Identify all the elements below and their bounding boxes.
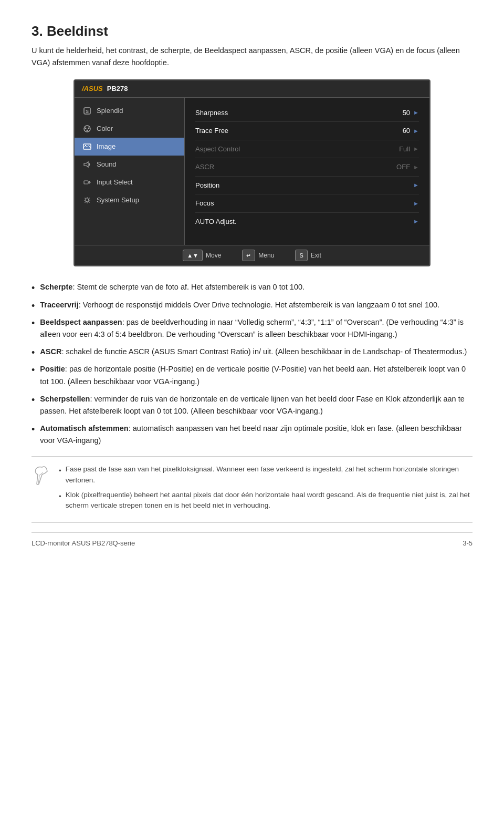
bullet-dot: • [32, 395, 35, 405]
osd-menu-color[interactable]: Color [75, 120, 184, 138]
list-item: • ASCR: schakel de functie ASCR (ASUS Sm… [32, 346, 472, 358]
system-setup-label: System Setup [97, 195, 139, 205]
osd-row-ascr: ASCR OFF ► [195, 158, 419, 177]
ascr-label: ASCR [195, 162, 214, 172]
input-select-label: Input Select [97, 177, 133, 188]
sharpness-arrow: ► [413, 108, 419, 117]
bullet-section: • Scherpte: Stemt de scherpte van de fot… [32, 281, 472, 447]
osd-body: S Splendid Color Image [75, 98, 429, 245]
note-content: • Fase past de fase aan van het pixelklo… [59, 464, 472, 515]
focus-label: Focus [195, 198, 214, 209]
note-item: • Klok (pixelfrequentie) beheert het aan… [59, 490, 472, 511]
note-icon [32, 464, 50, 487]
svg-line-16 [85, 198, 86, 199]
color-icon [82, 123, 92, 134]
focus-value: ► [413, 199, 419, 208]
exit-key: S [295, 250, 307, 262]
bullet-list: • Scherpte: Stemt de scherpte van de fot… [32, 281, 472, 447]
image-label: Image [97, 141, 116, 152]
bullet-text: Traceervrij: Verhoogt de responstijd mid… [40, 299, 439, 311]
osd-row-focus: Focus ► [195, 194, 419, 213]
osd-sidebar: S Splendid Color Image [75, 98, 185, 245]
osd-menu-input-select[interactable]: Input Select [75, 173, 184, 191]
bullet-text: Scherpstellen: verminder de ruis van de … [40, 393, 472, 417]
list-item: • Automatisch afstemmen: automatisch aan… [32, 423, 472, 447]
note-box: • Fase past de fase aan van het pixelklo… [32, 456, 472, 523]
move-label: Move [206, 251, 221, 260]
sharpness-label: Sharpness [195, 108, 228, 118]
svg-point-11 [86, 199, 89, 202]
input-select-icon [82, 177, 92, 188]
section-intro: U kunt de helderheid, het contrast, de s… [32, 45, 472, 69]
osd-row-position: Position ► [195, 177, 419, 195]
osd-footer: ▲▼ Move ↵ Menu S Exit [75, 245, 429, 266]
osd-logo: /ASUS [82, 84, 103, 94]
auto-adjust-value: ► [413, 217, 419, 226]
image-icon [82, 141, 92, 152]
color-label: Color [97, 123, 113, 134]
sharpness-value: 50 ► [403, 108, 419, 118]
bullet-dot: • [32, 301, 35, 311]
osd-menu-image[interactable]: Image [75, 138, 184, 156]
note-item: • Fase past de fase aan van het pixelklo… [59, 464, 472, 486]
list-item: • Scherpte: Stemt de scherpte van de fot… [32, 281, 472, 293]
aspect-control-value: Full ► [399, 144, 419, 155]
auto-adjust-label: AUTO Adjust. [195, 217, 237, 227]
exit-label: Exit [311, 251, 321, 260]
osd-menu-splendid[interactable]: S Splendid [75, 102, 184, 120]
list-item: • Beeldspect aanpassen: pas de beeldverh… [32, 316, 472, 341]
svg-point-7 [85, 145, 86, 146]
list-item: • Scherpstellen: verminder de ruis van d… [32, 393, 472, 417]
sound-label: Sound [97, 159, 117, 170]
osd-menu-system-setup[interactable]: System Setup [75, 191, 184, 209]
bullet-dot: • [32, 348, 35, 357]
position-label: Position [195, 180, 219, 191]
svg-line-19 [85, 202, 86, 203]
ascr-arrow: ► [413, 163, 419, 172]
osd-row-aspect-control: Aspect Control Full ► [195, 140, 419, 159]
position-value: ► [413, 181, 419, 190]
move-key: ▲▼ [183, 250, 203, 262]
bullet-dot: • [32, 318, 35, 328]
trace-free-arrow: ► [413, 127, 419, 136]
menu-key: ↵ [242, 250, 255, 262]
focus-arrow: ► [413, 199, 419, 208]
trace-free-label: Trace Free [195, 126, 228, 136]
osd-row-trace-free: Trace Free 60 ► [195, 122, 419, 140]
svg-point-3 [85, 127, 87, 129]
osd-footer-exit: S Exit [295, 250, 321, 262]
menu-label: Menu [258, 251, 274, 260]
bullet-text: Positie: pas de horizontale positie (H-P… [40, 363, 472, 387]
svg-rect-9 [84, 181, 88, 184]
osd-content: Sharpness 50 ► Trace Free 60 ► Aspect Co… [185, 98, 429, 245]
note-text: Klok (pixelfrequentie) beheert het aanta… [66, 490, 472, 511]
footer-right: 3-5 [463, 538, 472, 549]
bullet-dot: • [32, 425, 35, 434]
auto-adjust-arrow: ► [413, 217, 419, 226]
svg-line-18 [89, 198, 90, 199]
bullet-text: Scherpte: Stemt de scherpte van de foto … [40, 281, 304, 293]
osd-titlebar: /ASUS PB278 [75, 80, 429, 98]
svg-point-5 [87, 129, 88, 131]
note-bullet-dot: • [59, 466, 61, 476]
footer-left: LCD-monitor ASUS PB278Q-serie [32, 538, 135, 549]
osd-footer-menu: ↵ Menu [242, 250, 274, 262]
splendid-label: Splendid [97, 106, 123, 116]
svg-line-17 [89, 202, 90, 203]
osd-row-sharpness: Sharpness 50 ► [195, 104, 419, 122]
ascr-value: OFF ► [396, 162, 419, 172]
svg-text:S: S [86, 109, 89, 114]
section-header: 3. Beeldinst U kunt de helderheid, het c… [32, 21, 472, 69]
note-text: Fase past de fase aan van het pixelkloks… [66, 464, 472, 486]
position-arrow: ► [413, 181, 419, 190]
bullet-text: Beeldspect aanpassen: pas de beeldverhou… [40, 316, 472, 341]
bullet-dot: • [32, 365, 35, 375]
list-item: • Traceervrij: Verhoogt de responstijd m… [32, 299, 472, 311]
aspect-control-label: Aspect Control [195, 144, 240, 155]
osd-menu-sound[interactable]: Sound [75, 156, 184, 173]
osd-model: PB278 [107, 84, 128, 94]
note-bullets: • Fase past de fase aan van het pixelklo… [59, 464, 472, 511]
system-setup-icon [82, 195, 92, 205]
page-footer: LCD-monitor ASUS PB278Q-serie 3-5 [32, 532, 472, 549]
sound-icon [82, 159, 92, 170]
